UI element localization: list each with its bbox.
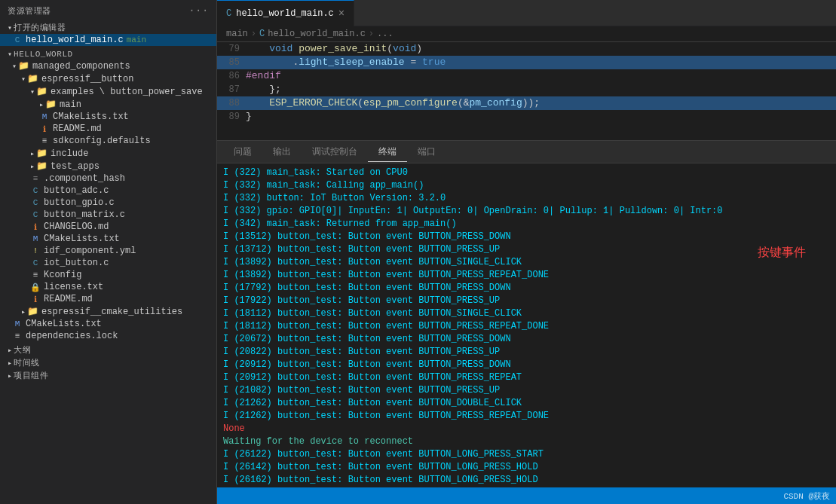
folder-icon: 📁	[27, 73, 38, 84]
sidebar-timeline-section[interactable]: ▸ 时间线	[0, 356, 216, 369]
sidebar-item-label: test_apps	[51, 161, 100, 172]
chevron-right-icon: ▸	[21, 307, 26, 316]
breadcrumb-dots[interactable]: ...	[377, 29, 394, 39]
sidebar-item-button-gpio[interactable]: C button_gpio.c	[0, 197, 216, 209]
terminal-line: I (20912) button_test: Button event BUTT…	[223, 359, 830, 371]
tab-c-icon: C	[226, 8, 231, 19]
sidebar-item-label: README.md	[44, 294, 93, 304]
panel-tab-problems[interactable]: 问题	[223, 142, 262, 161]
sidebar-item-label: README.md	[53, 124, 102, 134]
sidebar-item-label: CMakeLists.txt	[26, 319, 102, 329]
sidebar-item-label: .component_hash	[44, 173, 125, 184]
chevron-right-icon: ▸	[30, 149, 35, 158]
line-number: 89	[217, 110, 246, 124]
terminal-line: I (20822) button_test: Button event BUTT…	[223, 346, 830, 359]
sidebar-header-icons: ···	[188, 5, 209, 17]
project-section[interactable]: ▾ HELLO_WORLD	[0, 49, 216, 60]
panel-tab-port[interactable]: 端口	[407, 142, 446, 161]
sidebar-item-kconfig[interactable]: ≡ Kconfig	[0, 269, 216, 281]
sidebar-item-cmakelists-root[interactable]: M CMakeLists.txt	[0, 318, 216, 330]
sidebar-item-label: include	[51, 148, 88, 159]
open-editors-section[interactable]: ▾ 打开的编辑器	[0, 21, 216, 34]
daxiao-label: 大纲	[14, 344, 31, 356]
editor-tab-hello-world[interactable]: C hello_world_main.c ×	[217, 0, 354, 26]
sidebar-item-dependencies[interactable]: ≡ dependencies.lock	[0, 330, 216, 342]
project-chevron-down-icon: ▾	[8, 50, 12, 59]
terminal-line: I (332) button: IoT Button Version: 3.2.…	[223, 192, 830, 205]
line-number: 88	[217, 96, 246, 110]
sidebar-item-button-adc[interactable]: C button_adc.c	[0, 185, 216, 197]
sidebar-item-label: espressif__button	[41, 74, 133, 84]
terminal-line: I (332) gpio: GPIO[0]| InputEn: 1| Outpu…	[223, 205, 830, 218]
sidebar-item-test-apps[interactable]: ▸ 📁 test_apps	[0, 160, 216, 173]
open-editor-filename: hello_world_main.c	[26, 35, 124, 45]
sidebar-item-idf-component[interactable]: ! idf_component.yml	[0, 245, 216, 257]
timeline-label: 时间线	[14, 357, 40, 368]
sidebar-item-label: Kconfig	[44, 270, 81, 280]
sidebar-item-managed-components[interactable]: ▾ 📁 managed_components	[0, 60, 216, 72]
sidebar-item-readme2[interactable]: ℹ README.md	[0, 293, 216, 305]
sidebar: 资源管理器 ··· ▾ 打开的编辑器 C hello_world_main.c …	[0, 0, 217, 504]
license-icon: 🔒	[30, 283, 41, 292]
sidebar-item-iot-button[interactable]: C iot_button.c	[0, 257, 216, 269]
code-line-87: 87 };	[217, 83, 836, 96]
breadcrumb-filename[interactable]: hello_world_main.c	[268, 29, 366, 39]
terminal-content[interactable]: 按键事件 I (322) main_task: Started on CPU0 …	[217, 163, 836, 487]
terminal-line: I (13892) button_test: Button event BUTT…	[223, 269, 830, 282]
sidebar-daxiao-section[interactable]: ▸ 大纲	[0, 344, 216, 356]
sidebar-item-button-matrix[interactable]: C button_matrix.c	[0, 209, 216, 221]
line-number: 86	[217, 69, 246, 83]
tab-close-button[interactable]: ×	[338, 8, 345, 20]
folder-icon: 📁	[36, 160, 47, 172]
sidebar-item-readme1[interactable]: ℹ README.md	[0, 123, 216, 135]
chevron-right-icon: ▸	[39, 100, 44, 109]
breadcrumb-sep2: ›	[369, 29, 374, 39]
line-number: 85	[217, 56, 246, 69]
sidebar-dots[interactable]: ···	[188, 5, 209, 17]
sidebar-item-cmakelists1[interactable]: M CMakeLists.txt	[0, 111, 216, 123]
sidebar-item-cmakelists2[interactable]: M CMakeLists.txt	[0, 233, 216, 245]
terminal-line: I (17922) button_test: Button event BUTT…	[223, 295, 830, 307]
sidebar-item-examples[interactable]: ▾ 📁 examples \ button_power_save	[0, 85, 216, 98]
line-content: void power_save_init(void)	[246, 42, 836, 56]
chevron-down-icon: ▾	[8, 23, 12, 32]
folder-icon: 📁	[36, 148, 47, 159]
sidebar-item-component-hash[interactable]: ≡ .component_hash	[0, 173, 216, 185]
sidebar-item-changelog[interactable]: ℹ CHANGELOG.md	[0, 221, 216, 233]
terminal-line: I (26182) button_test: Button event BUTT…	[223, 487, 830, 487]
sidebar-item-label: license.txt	[44, 282, 103, 292]
panel-tab-output[interactable]: 输出	[262, 142, 302, 161]
sidebar-item-license[interactable]: 🔒 license.txt	[0, 281, 216, 293]
breadcrumb-main[interactable]: main	[226, 29, 248, 39]
kconfig-icon: ≡	[30, 270, 41, 279]
code-line-88: 88 ESP_ERROR_CHECK(esp_pm_configure(&pm_…	[217, 96, 836, 110]
md-icon: ℹ	[39, 124, 50, 134]
folder-icon: 📁	[27, 306, 38, 317]
sidebar-projectcomp-section[interactable]: ▸ 项目组件	[0, 369, 216, 382]
terminal-line: I (13712) button_test: Button event BUTT…	[223, 243, 830, 256]
line-content: ESP_ERROR_CHECK(esp_pm_configure(&pm_con…	[246, 96, 836, 110]
panel-tab-debug-console[interactable]: 调试控制台	[302, 142, 368, 161]
terminal-line-waiting: Waiting for the device to reconnect	[223, 435, 830, 448]
terminal-line: I (26122) button_test: Button event BUTT…	[223, 448, 830, 461]
sidebar-item-espressif-button[interactable]: ▾ 📁 espressif__button	[0, 72, 216, 85]
code-editor[interactable]: 79 void power_save_init(void) 85 .light_…	[217, 42, 836, 140]
sidebar-item-main-folder[interactable]: ▸ 📁 main	[0, 98, 216, 111]
sidebar-item-espressif-cmake[interactable]: ▸ 📁 espressif__cmake_utilities	[0, 305, 216, 318]
terminal-line: I (13512) button_test: Button event BUTT…	[223, 231, 830, 243]
sidebar-item-label: dependencies.lock	[26, 331, 118, 341]
line-content: }	[246, 110, 836, 124]
sidebar-item-sdkconfig[interactable]: ≡ sdkconfig.defaults	[0, 135, 216, 147]
c-icon: C	[30, 198, 41, 207]
sidebar-item-label: sdkconfig.defaults	[53, 136, 151, 146]
lock-icon: ≡	[12, 331, 23, 341]
terminal-panel: 问题 输出 调试控制台 终端 端口 按键事件 I (322) main_task…	[217, 140, 836, 487]
sidebar-item-label: idf_component.yml	[44, 246, 136, 256]
open-editor-file[interactable]: C hello_world_main.c main	[0, 34, 216, 46]
sidebar-item-include[interactable]: ▸ 📁 include	[0, 147, 216, 160]
breadcrumb: main › C hello_world_main.c › ...	[217, 26, 836, 42]
md-icon: ℹ	[30, 295, 41, 304]
c-file-icon: C	[12, 35, 23, 44]
open-editors-label: 打开的编辑器	[14, 22, 66, 33]
panel-tab-terminal[interactable]: 终端	[368, 142, 407, 162]
